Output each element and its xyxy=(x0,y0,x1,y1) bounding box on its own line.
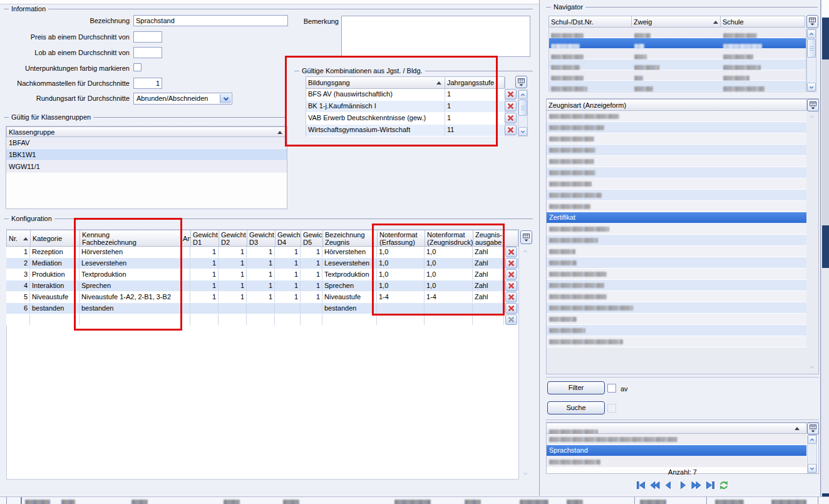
list-item[interactable] xyxy=(547,167,806,178)
list-item[interactable] xyxy=(547,257,806,269)
column-header-gewicht-d3[interactable]: GewichtD3 xyxy=(247,230,275,246)
delete-row-button[interactable] xyxy=(505,113,517,123)
column-header-gewicht-d5[interactable]: GewichtD5 xyxy=(301,230,323,246)
column-header-schule[interactable]: Schule xyxy=(721,16,806,27)
table-settings-button[interactable] xyxy=(520,230,532,244)
results-scrollbar[interactable] xyxy=(807,435,817,473)
list-item[interactable] xyxy=(547,224,806,235)
table-row[interactable]: 4 Interaktion Sprechen 1 1 1 1 1 Spreche… xyxy=(6,280,518,292)
list-item[interactable] xyxy=(547,246,806,257)
table-row[interactable] xyxy=(549,59,806,70)
table-row[interactable]: 3 Produktion Textproduktion 1 1 1 1 1 Te… xyxy=(6,269,518,280)
nav-last-button[interactable] xyxy=(704,480,716,490)
delete-row-button[interactable] xyxy=(505,89,517,100)
nav-first-button[interactable] xyxy=(636,480,647,490)
table-row[interactable] xyxy=(549,49,806,59)
scrollbar-down-button[interactable] xyxy=(808,363,816,371)
delete-row-button[interactable] xyxy=(505,314,517,325)
delete-row-button[interactable] xyxy=(505,247,517,257)
table-row[interactable] xyxy=(549,38,806,49)
list-item[interactable]: 1BK1W1 xyxy=(6,149,287,161)
list-item[interactable] xyxy=(547,145,806,156)
column-header-zeugnisausgabe[interactable]: Zeugnis-ausgabe xyxy=(473,230,505,246)
table-settings-button[interactable] xyxy=(806,15,818,28)
scrollbar-thumb[interactable] xyxy=(807,39,816,58)
delete-row-button[interactable] xyxy=(505,303,517,314)
list-item[interactable] xyxy=(547,302,806,314)
nachkommastellen-field[interactable] xyxy=(133,78,162,89)
preis-field[interactable] xyxy=(133,31,162,43)
list-item[interactable] xyxy=(547,111,806,122)
column-header-gewicht-d2[interactable]: GewichtD2 xyxy=(219,230,247,246)
delete-row-button[interactable] xyxy=(505,280,517,291)
table-row[interactable]: BK 1-j.Kaufmännisch I 1 xyxy=(306,101,505,113)
list-item[interactable] xyxy=(547,190,806,201)
delete-row-button[interactable] xyxy=(505,269,517,280)
suche-button[interactable]: Suche xyxy=(547,401,605,414)
table-settings-button[interactable] xyxy=(515,76,527,88)
lob-field[interactable] xyxy=(133,47,162,58)
scrollbar-down-button[interactable] xyxy=(518,127,527,136)
column-header-zweig[interactable]: Zweig xyxy=(632,16,721,27)
list-item[interactable] xyxy=(547,178,806,190)
list-item[interactable] xyxy=(547,201,806,212)
scrollbar-up-button[interactable] xyxy=(518,90,527,99)
table-settings-button[interactable] xyxy=(807,99,819,111)
list-item[interactable]: Zertifikat xyxy=(547,212,806,224)
list-item[interactable] xyxy=(547,325,806,336)
refresh-button[interactable] xyxy=(718,480,729,490)
list-item[interactable] xyxy=(547,122,806,133)
column-header-klassengruppe[interactable]: Klassengruppe xyxy=(7,127,287,136)
kombinationen-scrollbar[interactable] xyxy=(518,90,528,136)
column-header-bezeichnung-zeugnis[interactable]: BezeichnungZeugnis xyxy=(323,230,378,246)
delete-row-button[interactable] xyxy=(505,292,517,302)
list-item[interactable]: 1BFAV xyxy=(6,137,287,149)
av-checkbox[interactable] xyxy=(607,384,616,393)
column-header-gewicht-d4[interactable]: GewichtD4 xyxy=(275,230,301,246)
column-header-notenformat-erfassung[interactable]: Notenformat(Erfassung) xyxy=(378,230,425,246)
result-row[interactable] xyxy=(547,434,806,445)
list-item[interactable] xyxy=(547,235,806,246)
suche-checkbox[interactable] xyxy=(607,404,616,413)
column-header-art[interactable]: Art xyxy=(182,230,191,246)
delete-row-button[interactable] xyxy=(505,258,517,269)
scrollbar-up-button[interactable] xyxy=(808,435,816,444)
table-row[interactable] xyxy=(6,314,518,326)
column-header-bildungsgang[interactable]: Bildungsgang xyxy=(306,77,445,88)
table-row[interactable] xyxy=(549,81,806,91)
list-item[interactable] xyxy=(547,280,806,291)
result-row[interactable]: Sprachstand xyxy=(547,445,806,456)
chevron-down-icon[interactable] xyxy=(220,94,231,103)
column-header-zeugnisart[interactable]: Zeugnisart (Anzeigeform) xyxy=(547,100,808,110)
column-header-jahrgangsstufe[interactable]: Jahrgangsstufe xyxy=(445,77,505,88)
result-row[interactable] xyxy=(547,456,806,468)
scrollbar-thumb[interactable] xyxy=(518,100,527,116)
column-header-kennung[interactable]: KennungFachbezeichnung xyxy=(80,230,182,246)
filter-button[interactable]: Filter xyxy=(547,381,605,394)
table-row[interactable]: BFS AV (hauswirtschaftlich) 1 xyxy=(306,89,505,101)
list-item[interactable] xyxy=(547,314,806,325)
column-header-gewicht-d1[interactable]: GewichtD1 xyxy=(191,230,219,246)
nav-fast-next-button[interactable] xyxy=(691,480,702,490)
column-header-kategorie[interactable]: Kategorie xyxy=(31,230,80,246)
table-row[interactable]: Wirtschaftsgymnasium-Wirtschaft 11 xyxy=(306,125,505,136)
list-item[interactable] xyxy=(547,291,806,302)
column-header-notenformat-zeugnisdruck[interactable]: Notenformat(Zeugnisdruck) xyxy=(425,230,473,246)
bezeichnung-field[interactable] xyxy=(133,15,288,26)
delete-row-button[interactable] xyxy=(505,125,517,135)
scrollbar-down-button[interactable] xyxy=(807,83,816,91)
list-item[interactable] xyxy=(547,336,806,347)
column-header-schulnr[interactable]: Schul-/Dst.Nr. xyxy=(549,16,632,27)
scrollbar-up-button[interactable] xyxy=(808,113,816,120)
bemerkung-textarea[interactable] xyxy=(341,16,530,57)
table-row[interactable] xyxy=(549,28,806,38)
table-row[interactable]: 2 Mediation Leseverstehen 1 1 1 1 1 Lese… xyxy=(6,258,518,269)
list-item[interactable] xyxy=(547,156,806,167)
table-row[interactable] xyxy=(549,70,806,81)
delete-row-button[interactable] xyxy=(505,101,517,111)
scrollbar-up-button[interactable] xyxy=(521,247,530,255)
table-row[interactable]: 5 Niveaustufe Niveaustufe 1-A2, 2-B1, 3-… xyxy=(6,292,518,303)
scrollbar-up-button[interactable] xyxy=(807,29,816,38)
navigator-scrollbar[interactable] xyxy=(806,29,816,92)
rundungsart-select[interactable]: Abrunden/Abschneiden xyxy=(133,93,232,105)
